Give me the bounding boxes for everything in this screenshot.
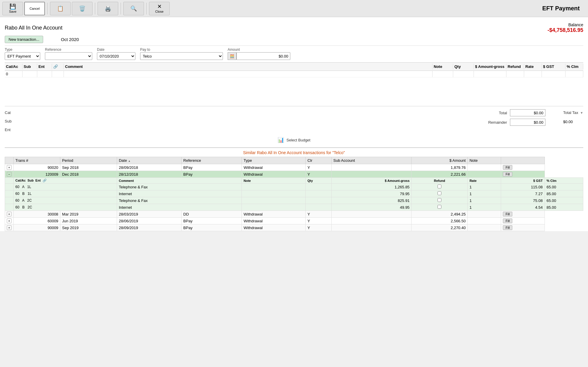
detail-rate-1-2: 1 — [468, 197, 501, 204]
col-period[interactable]: Period — [60, 157, 117, 164]
fill-cell-3[interactable]: Fill — [501, 218, 545, 224]
fill-cell-4[interactable]: Fill — [501, 224, 545, 231]
cell-clm[interactable] — [566, 71, 583, 77]
delete-button[interactable]: 🗑️ — [72, 2, 93, 15]
amount-input[interactable] — [237, 52, 290, 60]
detail-cat-1-1: 60 B 1L — [14, 190, 117, 197]
col-reference[interactable]: Reference — [182, 157, 242, 164]
sim-row-4: + 90009 Sep 2019 28/09/2019 BPay Withdra… — [5, 224, 583, 231]
detail-refund-1-0[interactable] — [412, 184, 468, 190]
fill-button-4[interactable]: Fill — [503, 225, 512, 230]
amount-2: 2,494.25 — [412, 211, 468, 218]
calculator-icon: 🧮 — [230, 54, 234, 58]
detail-rate-1-1: 1 — [468, 190, 501, 197]
toolbar-sep-4 — [146, 3, 147, 14]
detail-refund-1-1[interactable] — [412, 190, 468, 197]
save-button[interactable]: 💾 Save — [2, 2, 23, 15]
refund-checkbox-1-3[interactable] — [438, 205, 441, 209]
entry-grid: Cat/Ac Sub Ent 🔗 Comment Note Qty $ Amou… — [5, 62, 583, 106]
detail-amount-1-0: 1,265.85 — [331, 184, 412, 190]
cat-label: Cat — [5, 110, 12, 115]
cell-cat[interactable]: 0 — [5, 71, 22, 77]
detail-gst-1-1: 7.27 — [501, 190, 545, 197]
reference-select[interactable] — [45, 52, 92, 60]
search-button[interactable]: 🔍 — [123, 2, 144, 15]
cell-gst[interactable] — [542, 71, 566, 77]
clr-4: Y — [305, 224, 331, 231]
expand-cell-2[interactable]: + — [5, 211, 14, 218]
cancel-button[interactable]: Cancel — [24, 2, 45, 15]
period-3: Jun 2019 — [60, 218, 117, 224]
expand-button-1[interactable]: − — [7, 172, 12, 177]
detail-refund-1-2[interactable] — [412, 197, 468, 204]
copy-icon: 📋 — [57, 6, 64, 11]
account-header: Rabo All In One Account Balance -$4,758,… — [5, 20, 583, 35]
trans-id-0: 90020 — [14, 164, 60, 171]
cell-refund[interactable] — [506, 71, 524, 77]
reference-3: BPay — [182, 218, 242, 224]
expand-cell-3[interactable]: + — [5, 218, 14, 224]
payto-select[interactable]: Telco — [140, 52, 223, 60]
cell-comment[interactable] — [64, 71, 433, 77]
fill-cell-0[interactable]: Fill — [501, 164, 545, 171]
copy-button[interactable]: 📋 — [50, 2, 71, 15]
fill-button-3[interactable]: Fill — [503, 218, 512, 223]
trans-id-4: 90009 — [14, 224, 60, 231]
reference-4: BPay — [182, 224, 242, 231]
trans-id-2: 30008 — [14, 211, 60, 218]
refund-checkbox-1-2[interactable] — [438, 198, 441, 202]
col-clr[interactable]: Clr — [305, 157, 331, 164]
cell-note[interactable] — [433, 71, 453, 77]
close-button[interactable]: ✕ Close — [149, 2, 170, 15]
col-note[interactable]: Note — [468, 157, 501, 164]
detail-gst-1-3: 4.54 — [501, 204, 545, 211]
col-amount[interactable]: $ Amount — [412, 157, 468, 164]
expand-button-2[interactable]: + — [7, 212, 12, 216]
cell-link[interactable] — [52, 71, 64, 77]
calculator-icon-button[interactable]: 🧮 — [228, 52, 237, 60]
type-field: Type EFT Payment — [5, 48, 40, 60]
period-0: Sep 2018 — [60, 164, 117, 171]
expand-cell-4[interactable]: + — [5, 224, 14, 231]
fill-button-2[interactable]: Fill — [503, 212, 512, 216]
clr-0: Y — [305, 164, 331, 171]
expand-cell-0[interactable]: + — [5, 164, 14, 171]
col-subaccount[interactable]: Sub Account — [331, 157, 412, 164]
total-input[interactable] — [510, 109, 545, 116]
col-trans[interactable]: Trans # — [14, 157, 60, 164]
subaccount-4 — [331, 224, 412, 231]
col-date[interactable]: Date ▲ — [117, 157, 181, 164]
fill-button-0[interactable]: Fill — [503, 165, 512, 170]
note-4 — [468, 224, 501, 231]
cell-rate[interactable] — [524, 71, 542, 77]
detail-refund-1-3[interactable] — [412, 204, 468, 211]
refund-checkbox-1-0[interactable] — [438, 185, 441, 188]
payto-field: Pay to Telco — [140, 48, 223, 60]
cell-qty[interactable] — [453, 71, 474, 77]
select-budget-button[interactable]: 📊 Select Budget — [278, 137, 310, 143]
date-select[interactable]: 07/10/2020 — [97, 52, 135, 60]
new-transaction-button[interactable]: New transaction... — [5, 36, 43, 43]
toolbar: 💾 Save Cancel 📋 🗑️ 🖨️ 🔍 ✕ Close EFT Paym… — [0, 0, 588, 17]
fill-cell-2[interactable]: Fill — [501, 211, 545, 218]
sim-row-2: + 30008 Mar 2019 28/03/2019 DD Withdrawa… — [5, 211, 583, 218]
form-row: Type EFT Payment Reference Date 07/10/20… — [5, 45, 583, 62]
refund-checkbox-1-1[interactable] — [438, 191, 441, 195]
detail-qty-1-0 — [305, 184, 331, 190]
balance-value: -$4,758,516.95 — [547, 27, 583, 33]
cell-ent[interactable] — [37, 71, 52, 77]
expand-button-4[interactable]: + — [7, 225, 12, 230]
toolbar-sep-1 — [47, 3, 48, 14]
type-select[interactable]: EFT Payment — [5, 52, 40, 60]
fill-button-1[interactable]: Fill — [503, 172, 512, 177]
expand-cell-1[interactable]: − — [5, 171, 14, 178]
expand-button-3[interactable]: + — [7, 218, 12, 223]
expand-button-0[interactable]: + — [7, 165, 12, 170]
remainder-input[interactable] — [510, 119, 545, 126]
print-button[interactable]: 🖨️ — [98, 2, 118, 15]
cell-sub[interactable] — [22, 71, 37, 77]
col-type[interactable]: Type — [242, 157, 306, 164]
amount-3: 2,566.50 — [412, 218, 468, 224]
cell-amount-gross[interactable] — [474, 71, 506, 77]
fill-cell-1[interactable]: Fill — [501, 171, 545, 178]
